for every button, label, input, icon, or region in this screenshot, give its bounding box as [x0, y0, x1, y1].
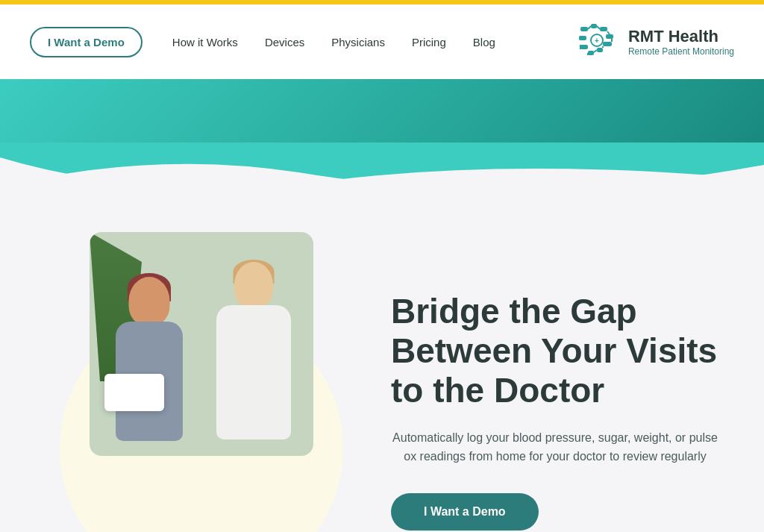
nav-link-pricing[interactable]: Pricing	[412, 36, 446, 48]
svg-text:+: +	[595, 37, 599, 45]
teal-hero-background	[0, 79, 764, 143]
svg-rect-4	[603, 42, 612, 46]
logo-subtitle: Remote Patient Monitoring	[628, 46, 734, 57]
hero-demo-button[interactable]: I Want a Demo	[391, 493, 539, 531]
logo-name: RMT Health	[628, 27, 734, 46]
svg-rect-7	[580, 45, 588, 49]
nav-links: How it Works Devices Physicians Pricing …	[172, 36, 495, 48]
logo: + RMT Health Remote Patient Monitoring	[574, 19, 734, 64]
patient-figure	[97, 277, 201, 456]
svg-rect-3	[606, 34, 613, 39]
hero-subtitle: Automatically log your blood pressure, s…	[391, 428, 719, 466]
nav-link-devices[interactable]: Devices	[265, 36, 304, 48]
doctor-coat	[216, 305, 291, 439]
nav-link-how-it-works[interactable]: How it Works	[172, 36, 238, 48]
svg-rect-5	[597, 48, 603, 52]
hero-title: Bridge the Gap Between Your Visits to th…	[391, 292, 719, 410]
header-wrap: I Want a Demo How it Works Devices Physi…	[0, 4, 764, 202]
svg-rect-6	[588, 51, 594, 55]
logo-icon: +	[574, 19, 619, 64]
svg-line-9	[588, 26, 591, 29]
nav-link-physicians[interactable]: Physicians	[331, 36, 385, 48]
logo-text: RMT Health Remote Patient Monitoring	[628, 27, 734, 57]
svg-line-14	[594, 50, 597, 52]
svg-rect-1	[591, 24, 597, 28]
bp-device	[104, 374, 164, 411]
hero-section: Bridge the Gap Between Your Visits to th…	[0, 202, 764, 532]
svg-line-11	[607, 31, 610, 34]
hero-image-wrapper	[45, 232, 358, 532]
photo-container	[90, 232, 313, 456]
hero-image	[90, 232, 313, 456]
doctor-head	[234, 262, 273, 308]
patient-head	[129, 277, 170, 325]
svg-line-10	[597, 26, 600, 29]
nav-demo-button[interactable]: I Want a Demo	[30, 27, 143, 57]
svg-rect-2	[600, 27, 607, 31]
doctor-figure	[194, 262, 313, 456]
svg-rect-0	[580, 27, 588, 31]
hero-text: Bridge the Gap Between Your Visits to th…	[361, 292, 719, 531]
header: I Want a Demo How it Works Devices Physi…	[0, 4, 764, 79]
teal-wave	[0, 143, 764, 202]
nav-left: I Want a Demo How it Works Devices Physi…	[30, 27, 495, 57]
nav-link-blog[interactable]: Blog	[473, 36, 495, 48]
